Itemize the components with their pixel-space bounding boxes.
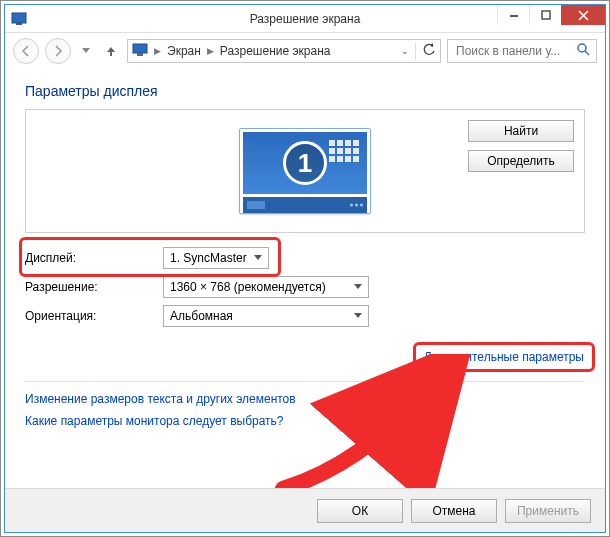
cancel-button[interactable]: Отмена: [411, 499, 497, 523]
search-box[interactable]: [447, 39, 597, 63]
back-button[interactable]: [13, 38, 39, 64]
svg-rect-3: [542, 11, 550, 19]
titlebar: Разрешение экрана: [5, 5, 605, 33]
navbar: ▶ Экран ▶ Разрешение экрана ⌄: [5, 33, 605, 69]
display-thumbnail[interactable]: 1: [239, 128, 371, 214]
monitor-icon: [132, 43, 148, 60]
app-icon: [11, 11, 27, 27]
monitor-help-link[interactable]: Какие параметры монитора следует выбрать…: [25, 414, 284, 428]
svg-rect-0: [12, 13, 26, 23]
minimize-button[interactable]: [497, 5, 529, 25]
svg-rect-1: [16, 23, 22, 25]
forward-button[interactable]: [45, 38, 71, 64]
breadcrumb-item[interactable]: Экран: [167, 44, 201, 58]
identify-button[interactable]: Определить: [468, 150, 574, 172]
display-row: Дисплей: 1. SyncMaster: [25, 247, 585, 269]
maximize-button[interactable]: [529, 5, 561, 25]
breadcrumb-item[interactable]: Разрешение экрана: [220, 44, 331, 58]
content-area: Параметры дисплея 1: [5, 69, 605, 488]
search-icon[interactable]: [577, 43, 590, 59]
chevron-down-icon[interactable]: ⌄: [401, 46, 409, 56]
window: Разрешение экрана: [4, 4, 606, 533]
svg-line-7: [585, 51, 589, 55]
resolution-row: Разрешение: 1360 × 768 (рекомендуется): [25, 276, 585, 298]
svg-point-6: [578, 44, 586, 52]
find-button[interactable]: Найти: [468, 120, 574, 142]
recent-dropdown[interactable]: [77, 42, 95, 60]
display-preview-box: 1 Найти Определить: [25, 109, 585, 233]
display-label: Дисплей:: [25, 251, 163, 265]
highlight-advanced: Дополнительные параметры: [413, 342, 595, 372]
chevron-right-icon: ▶: [207, 46, 214, 56]
orientation-row: Ориентация: Альбомная: [25, 305, 585, 327]
ok-button[interactable]: ОК: [317, 499, 403, 523]
display-number: 1: [283, 141, 327, 185]
search-input[interactable]: [454, 43, 571, 59]
page-title: Параметры дисплея: [25, 83, 585, 99]
orientation-select[interactable]: Альбомная: [163, 305, 369, 327]
svg-rect-2: [510, 15, 518, 17]
address-bar[interactable]: ▶ Экран ▶ Разрешение экрана ⌄: [127, 39, 441, 63]
orientation-label: Ориентация:: [25, 309, 163, 323]
resolution-select[interactable]: 1360 × 768 (рекомендуется): [163, 276, 369, 298]
svg-rect-4: [133, 44, 147, 53]
advanced-settings-link[interactable]: Дополнительные параметры: [424, 350, 584, 364]
resolution-label: Разрешение:: [25, 280, 163, 294]
chevron-right-icon: ▶: [154, 46, 161, 56]
display-select[interactable]: 1. SyncMaster: [163, 247, 269, 269]
text-size-link[interactable]: Изменение размеров текста и других элеме…: [25, 392, 296, 406]
apply-button[interactable]: Применить: [505, 499, 591, 523]
footer: ОК Отмена Применить: [5, 488, 605, 532]
svg-rect-5: [137, 53, 143, 56]
desktop-icons-icon: [329, 140, 359, 162]
divider: [25, 381, 585, 382]
up-button[interactable]: [101, 42, 121, 60]
close-button[interactable]: [561, 5, 605, 25]
refresh-icon[interactable]: [415, 43, 436, 60]
